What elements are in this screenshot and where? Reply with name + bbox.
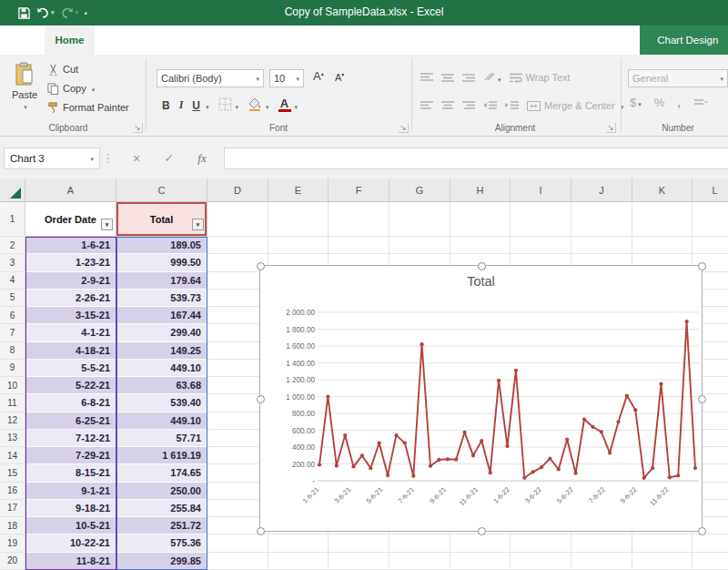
copy-button[interactable]: Copy xyxy=(47,80,129,97)
percent-style-button[interactable]: % xyxy=(654,96,665,109)
cell[interactable] xyxy=(389,553,450,570)
column-header-a[interactable]: A xyxy=(25,178,116,202)
decrease-indent-icon[interactable] xyxy=(483,101,497,111)
cell[interactable] xyxy=(693,553,728,570)
align-middle-icon[interactable] xyxy=(441,73,454,83)
row-header-3[interactable]: 3 xyxy=(0,254,25,271)
chart-resize-handle[interactable] xyxy=(257,262,265,270)
underline-button[interactable]: U xyxy=(192,99,200,112)
chart-resize-handle[interactable] xyxy=(698,527,706,535)
row-header-6[interactable]: 6 xyxy=(0,307,25,324)
row-header-16[interactable]: 16 xyxy=(0,483,25,500)
row-header-10[interactable]: 10 xyxy=(0,377,25,394)
row-header-1[interactable]: 1 xyxy=(0,202,25,237)
series-line-total[interactable] xyxy=(319,321,695,478)
bold-button[interactable]: B xyxy=(162,99,170,112)
cancel-button[interactable]: × xyxy=(126,148,147,169)
data-point-marker[interactable] xyxy=(403,441,407,444)
cell[interactable] xyxy=(450,553,511,570)
formula-bar-splitter[interactable]: ⋮ xyxy=(102,148,113,169)
align-center-icon[interactable] xyxy=(441,101,454,111)
order-date-cell[interactable]: 6-8-21 xyxy=(25,394,116,412)
tab-insert[interactable]: Insert xyxy=(95,25,143,55)
data-point-marker[interactable] xyxy=(522,476,526,480)
align-top-icon[interactable] xyxy=(420,73,433,83)
format-painter-button[interactable]: Format Painter xyxy=(47,99,129,116)
column-header-l[interactable]: L xyxy=(693,178,728,202)
total-cell[interactable]: 167.44 xyxy=(116,307,207,324)
cell[interactable] xyxy=(632,237,693,254)
order-date-cell[interactable]: 7-29-21 xyxy=(25,447,116,464)
cell[interactable] xyxy=(268,202,329,237)
cell[interactable] xyxy=(511,202,571,237)
order-date-filter-button[interactable]: ▾ xyxy=(101,219,113,230)
cell[interactable] xyxy=(207,553,268,570)
cell[interactable] xyxy=(511,553,571,570)
tab-data[interactable]: Data xyxy=(289,25,333,55)
data-point-marker[interactable] xyxy=(480,439,483,443)
total-cell[interactable]: 449.10 xyxy=(116,412,207,430)
increase-decimal-icon[interactable] xyxy=(693,97,708,108)
cell[interactable] xyxy=(207,202,268,237)
total-cell[interactable]: 174.65 xyxy=(116,464,207,482)
tab-review[interactable]: Review xyxy=(333,25,389,55)
undo-dropdown-icon[interactable]: ▾ xyxy=(51,9,55,16)
row-header-17[interactable]: 17 xyxy=(0,500,25,517)
cell[interactable] xyxy=(450,534,511,552)
cell[interactable] xyxy=(511,534,571,552)
data-point-marker[interactable] xyxy=(557,467,561,471)
merge-center-button[interactable]: Merge & Center xyxy=(527,97,623,114)
data-point-marker[interactable] xyxy=(642,476,646,480)
paste-dropdown-icon[interactable] xyxy=(7,100,42,111)
cell[interactable] xyxy=(329,202,389,237)
data-point-marker[interactable] xyxy=(318,463,321,466)
order-date-cell[interactable]: 4-18-21 xyxy=(25,342,116,360)
column-header-k[interactable]: K xyxy=(632,178,693,202)
column-header-g[interactable]: G xyxy=(389,178,450,202)
fill-color-dropdown-icon[interactable] xyxy=(264,100,269,111)
row-header-13[interactable]: 13 xyxy=(0,430,25,447)
cell[interactable] xyxy=(571,553,632,570)
row-header-12[interactable]: 12 xyxy=(0,412,25,430)
redo-button[interactable]: ▾ xyxy=(61,7,79,18)
cell[interactable] xyxy=(329,237,389,254)
order-date-cell[interactable]: 2-26-21 xyxy=(25,290,116,307)
order-date-cell[interactable]: 1-6-21 xyxy=(25,237,116,254)
data-point-marker[interactable] xyxy=(574,472,578,475)
total-cell[interactable]: 149.25 xyxy=(116,342,207,360)
row-header-4[interactable]: 4 xyxy=(0,272,25,290)
chart-resize-handle[interactable] xyxy=(257,395,265,403)
total-cell[interactable]: 189.05 xyxy=(116,237,207,254)
data-point-marker[interactable] xyxy=(463,431,467,434)
font-color-button[interactable]: A xyxy=(278,99,291,112)
column-header-e[interactable]: E xyxy=(268,178,329,202)
data-point-marker[interactable] xyxy=(351,464,355,468)
cell[interactable] xyxy=(450,237,511,254)
undo-button[interactable]: ▾ xyxy=(36,7,55,18)
cell[interactable] xyxy=(389,202,450,237)
chart-resize-handle[interactable] xyxy=(698,262,706,270)
cell[interactable] xyxy=(268,553,329,570)
data-point-marker[interactable] xyxy=(378,441,381,444)
name-box-dropdown-icon[interactable] xyxy=(88,148,94,169)
chart-resize-handle[interactable] xyxy=(478,262,486,270)
row-header-5[interactable]: 5 xyxy=(0,290,25,307)
order-date-cell[interactable]: 8-15-21 xyxy=(25,464,116,482)
data-point-marker[interactable] xyxy=(386,473,389,477)
insert-function-button[interactable]: fx xyxy=(191,148,213,169)
tab-chart-design[interactable]: Chart Design xyxy=(646,25,728,55)
font-size-combo[interactable]: 10 xyxy=(269,69,304,87)
total-cell[interactable]: 539.73 xyxy=(116,290,207,307)
number-format-dropdown-icon[interactable] xyxy=(718,69,723,87)
row-header-19[interactable]: 19 xyxy=(0,534,25,552)
row-header-18[interactable]: 18 xyxy=(0,517,25,534)
tab-page-layout[interactable]: Page Layout xyxy=(143,25,224,55)
align-left-icon[interactable] xyxy=(420,101,433,111)
name-box[interactable]: Chart 3 xyxy=(4,148,100,169)
data-point-marker[interactable] xyxy=(471,453,475,457)
number-format-combo[interactable]: General xyxy=(628,69,728,87)
cell[interactable] xyxy=(632,202,693,237)
increase-indent-icon[interactable] xyxy=(505,101,519,111)
formula-input[interactable] xyxy=(224,148,728,169)
font-name-dropdown-icon[interactable] xyxy=(254,69,259,87)
